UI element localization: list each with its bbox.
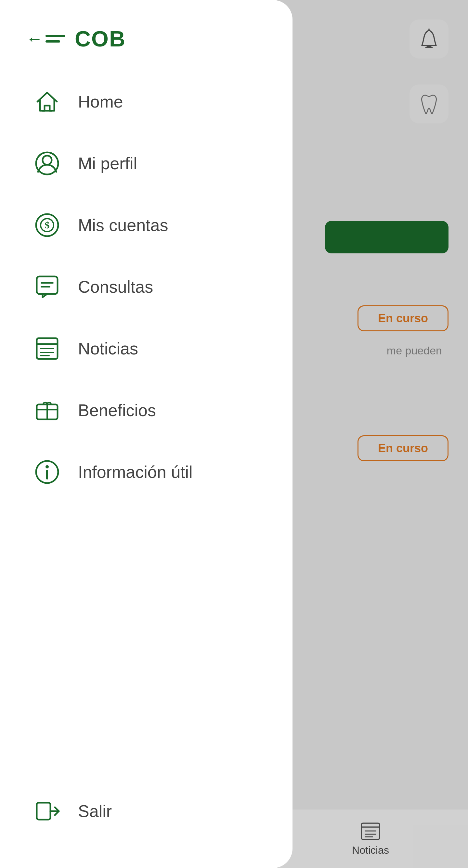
svg-rect-27 <box>37 803 50 819</box>
nav-mis-cuentas-label: Mis cuentas <box>78 215 168 235</box>
home-icon <box>32 87 62 116</box>
nav-informacion-util-label: Información útil <box>78 462 193 482</box>
nav-item-mis-cuentas[interactable]: $ Mis cuentas <box>26 194 273 256</box>
beneficios-icon <box>32 396 62 425</box>
nav-item-salir[interactable]: Salir <box>26 777 273 842</box>
nav-item-consultas[interactable]: Consultas <box>26 256 273 318</box>
accounts-icon: $ <box>32 211 62 240</box>
svg-rect-13 <box>37 276 58 294</box>
hamburger-icon <box>46 35 65 42</box>
side-drawer: ← COB Home <box>0 0 293 868</box>
nav-item-informacion-util[interactable]: Información útil <box>26 441 273 503</box>
nav-salir-label: Salir <box>78 801 112 821</box>
back-arrow-icon: ← <box>26 30 43 47</box>
menu-line-2 <box>46 40 60 42</box>
info-icon <box>32 457 62 487</box>
svg-text:$: $ <box>45 220 50 230</box>
profile-icon <box>32 149 62 178</box>
menu-line-1 <box>46 35 65 37</box>
nav-beneficios-label: Beneficios <box>78 401 156 420</box>
nav-item-beneficios[interactable]: Beneficios <box>26 379 273 441</box>
drawer-title: COB <box>75 26 126 51</box>
logout-icon <box>32 797 62 826</box>
nav-mi-perfil-label: Mi perfil <box>78 154 137 173</box>
svg-point-9 <box>42 156 52 165</box>
nav-item-home[interactable]: Home <box>26 71 273 132</box>
nav-consultas-label: Consultas <box>78 277 153 297</box>
nav-item-mi-perfil[interactable]: Mi perfil <box>26 132 273 194</box>
consultas-icon <box>32 272 62 302</box>
svg-point-26 <box>46 465 49 468</box>
back-menu-icon[interactable]: ← <box>26 30 65 47</box>
nav-item-noticias[interactable]: Noticias <box>26 318 273 379</box>
nav-noticias-label: Noticias <box>78 339 138 358</box>
drawer-nav: Home Mi perfil $ Mis cuenta <box>26 71 273 842</box>
drawer-header: ← COB <box>26 26 273 51</box>
nav-home-label: Home <box>78 92 123 112</box>
noticias-icon <box>32 334 62 363</box>
